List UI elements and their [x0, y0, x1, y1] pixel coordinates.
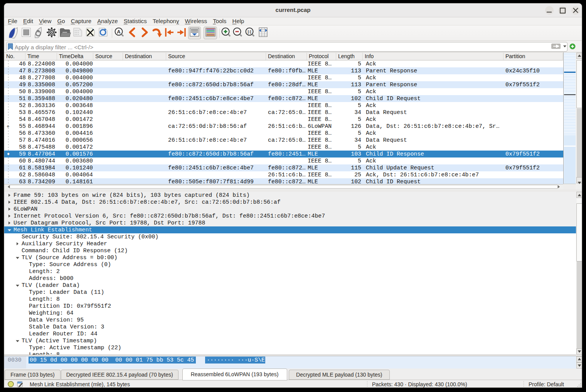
svg-text:A: A: [117, 29, 121, 35]
svg-text:|:|: |:|: [248, 29, 251, 34]
